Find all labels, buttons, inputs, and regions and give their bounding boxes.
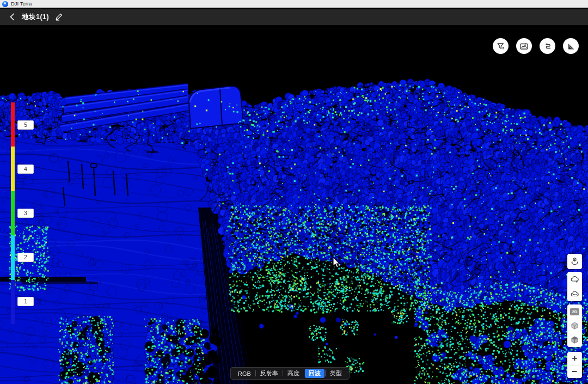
- render-mode-toggle: RGB 反射率 高度 回波 类型: [230, 367, 350, 380]
- mode-divider: [304, 370, 304, 376]
- point-cloud-viewport[interactable]: [0, 25, 588, 384]
- cube-solid-button[interactable]: [567, 333, 582, 347]
- stockpile-measure-button[interactable]: [516, 38, 532, 54]
- cube-wireframe-icon: [571, 321, 579, 330]
- legend-seg-yellow: [11, 147, 15, 191]
- mode-2d-label: 2D: [570, 308, 579, 315]
- view-mode-group: 2D: [567, 304, 582, 347]
- os-title-bar: DJI Terra: [0, 0, 588, 8]
- zoom-in-button[interactable]: +: [567, 352, 582, 365]
- legend-seg-blue: [11, 280, 15, 324]
- legend-label-1: 1: [17, 297, 34, 306]
- dji-terra-window: DJI Terra 地块1(1) 5 4 3 2: [0, 0, 588, 384]
- mode-rgb[interactable]: RGB: [234, 370, 255, 377]
- point-cloud-display-icon: [570, 290, 580, 298]
- reset-view-icon: [570, 257, 579, 266]
- cube-wireframe-button[interactable]: [567, 319, 582, 333]
- app-title: DJI Terra: [11, 1, 32, 7]
- legend-color-bar: [11, 102, 15, 324]
- legend-seg-green: [11, 191, 15, 235]
- mode-height[interactable]: 高度: [284, 369, 303, 378]
- zoom-controls: + −: [567, 352, 582, 378]
- dji-terra-logo-icon: [2, 1, 8, 7]
- reset-view-group: [567, 254, 582, 269]
- legend-seg-red: [11, 102, 15, 147]
- chevron-left-icon: [9, 13, 15, 21]
- filter-button[interactable]: [493, 38, 509, 54]
- accuracy-measure-icon: [567, 42, 575, 51]
- legend-label-5: 5: [17, 120, 34, 130]
- point-cloud-display-button[interactable]: [567, 287, 582, 301]
- edit-project-name-button[interactable]: [52, 10, 65, 23]
- cube-solid-icon: [571, 336, 579, 344]
- mode-reflectivity[interactable]: 反射率: [256, 369, 282, 378]
- point-cloud-group: [567, 272, 582, 301]
- zoom-out-label: −: [572, 367, 578, 376]
- legend-label-4: 4: [17, 164, 34, 174]
- accuracy-measure-button[interactable]: [563, 38, 579, 54]
- legend-label-3: 3: [17, 209, 34, 218]
- point-cloud-add-button[interactable]: [567, 272, 582, 287]
- stockpile-measure-icon: [519, 42, 529, 51]
- legend-label-2: 2: [17, 253, 34, 262]
- flight-route-button[interactable]: [540, 38, 555, 54]
- filter-icon: [497, 42, 505, 51]
- back-button[interactable]: [4, 9, 20, 25]
- zoom-in-label: +: [572, 353, 578, 363]
- reset-view-button[interactable]: [567, 254, 582, 269]
- mode-divider: [283, 370, 283, 376]
- point-cloud-add-icon: [570, 275, 580, 284]
- mode-divider: [325, 370, 326, 376]
- mode-echo[interactable]: 回波: [305, 369, 324, 378]
- mode-type[interactable]: 类型: [326, 369, 346, 378]
- zoom-out-button[interactable]: −: [567, 365, 582, 378]
- project-title: 地块1(1): [22, 13, 49, 22]
- pencil-icon: [55, 13, 63, 21]
- mode-2d-button[interactable]: 2D: [567, 304, 582, 319]
- project-header: 地块1(1): [0, 9, 588, 25]
- legend-seg-cyan: [11, 235, 15, 279]
- mode-divider: [255, 370, 256, 376]
- flight-route-icon: [543, 42, 552, 51]
